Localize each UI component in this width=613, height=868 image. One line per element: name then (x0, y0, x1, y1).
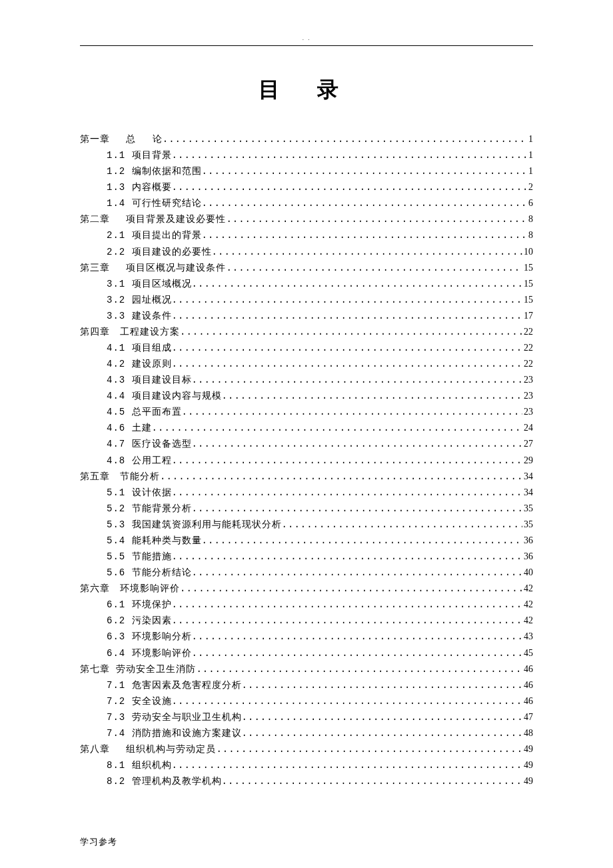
toc-label: 4.2 建设原则 (107, 356, 172, 372)
toc-page-number: 49 (522, 757, 533, 773)
toc-page-number: 36 (522, 533, 533, 549)
toc-page-number: 15 (522, 260, 533, 276)
toc-label: 4.6 土建 (107, 420, 152, 436)
toc-entry: 1.2 编制依据和范围1 (80, 163, 533, 179)
toc-leader-dots (182, 404, 522, 420)
toc-page-number: 48 (522, 725, 533, 741)
toc-entry: 5.1 设计依据 34 (80, 485, 533, 501)
toc-page-number: 22 (522, 356, 533, 372)
toc-entry: 3.1 项目区域概况15 (80, 276, 533, 292)
toc-label: 1.3 内容概要 (107, 179, 172, 195)
toc-leader-dots (172, 292, 522, 308)
toc-page-number: 46 (522, 677, 533, 693)
toc-entry: 4.6 土建24 (80, 420, 533, 436)
toc-leader-dots (192, 436, 522, 452)
toc-label: 8.1 组织机构 (107, 757, 172, 773)
toc-label: 7.1 危害因素及危害程度分析 (107, 677, 242, 693)
toc-label: 5.6 节能分析结论 (107, 565, 192, 581)
toc-label: 1.4 可行性研究结论 (107, 195, 202, 211)
toc-entry: 第三章 项目区概况与建设条件 15 (80, 260, 533, 276)
toc-entry: 6.1 环境保护42 (80, 597, 533, 613)
toc-label: 8.2 管理机构及教学机构 (107, 773, 222, 789)
toc-page-number: 35 (522, 501, 533, 517)
toc-label: 7.2 安全设施 (107, 693, 172, 709)
toc-leader-dots (192, 372, 522, 388)
toc-entry: 第一章 总 论1 (80, 131, 533, 147)
toc-leader-dots (180, 581, 522, 597)
toc-entry: 8.2 管理机构及教学机构49 (80, 773, 533, 789)
toc-leader-dots (242, 677, 522, 693)
toc-leader-dots (192, 629, 522, 645)
toc-entry: 4.4 项目建设内容与规模23 (80, 388, 533, 404)
toc-entry: 1.1 项目背景1 (80, 147, 533, 163)
toc-leader-dots (172, 597, 522, 613)
toc-label: 7.4 消防措施和设施方案建议 (107, 725, 242, 741)
toc-entry: 2.2 项目建设的必要性10 (80, 244, 533, 260)
toc-page-number: 23 (522, 372, 533, 388)
toc-entry: 7.4 消防措施和设施方案建议48 (80, 725, 533, 741)
toc-label: 第五章 节能分析 (80, 469, 160, 485)
toc-label: 6.1 环境保护 (107, 597, 172, 613)
toc-label: 5.3 我国建筑资源利用与能耗现状分析 (107, 517, 282, 533)
toc-entry: 5.6 节能分析结论40 (80, 565, 533, 581)
toc-leader-dots (202, 195, 527, 211)
toc-label: 5.2 节能背景分析 (107, 501, 192, 517)
toc-entry: 第五章 节能分析 34 (80, 469, 533, 485)
toc-leader-dots (172, 308, 522, 324)
toc-leader-dots (172, 453, 522, 469)
toc-page-number: 42 (522, 581, 533, 597)
toc-entry: 第四章 工程建设方案 22 (80, 324, 533, 340)
toc-leader-dots (226, 211, 527, 227)
toc-leader-dots (226, 260, 522, 276)
toc-page-number: 42 (522, 597, 533, 613)
toc-label: 第四章 工程建设方案 (80, 324, 180, 340)
toc-entry: 4.3 项目建设目标23 (80, 372, 533, 388)
toc-entry: 第二章 项目背景及建设必要性 8 (80, 211, 533, 227)
toc-page-number: 42 (522, 613, 533, 629)
toc-entry: 第六章 环境影响评价 42 (80, 581, 533, 597)
toc-leader-dots (172, 549, 522, 565)
toc-label: 3.3 建设条件 (107, 308, 172, 324)
toc-leader-dots (172, 179, 527, 195)
toc-leader-dots (222, 773, 522, 789)
toc-entry: 4.1 项目组成22 (80, 340, 533, 356)
toc-page-number: 15 (522, 276, 533, 292)
toc-page-number: 34 (522, 485, 533, 501)
toc-leader-dots (180, 324, 522, 340)
toc-leader-dots (172, 613, 522, 629)
toc-page-number: 23 (522, 388, 533, 404)
toc-label: 第六章 环境影响评价 (80, 581, 180, 597)
toc-label: 2.2 项目建设的必要性 (107, 244, 212, 260)
toc-label: 6.3 环境影响分析 (107, 629, 192, 645)
toc-label: 1.1 项目背景 (107, 147, 172, 163)
toc-page-number: 22 (522, 324, 533, 340)
toc-page-number: 46 (522, 693, 533, 709)
toc-entry: 8.1 组织机构49 (80, 757, 533, 773)
toc-entry: 3.3 建设条件17 (80, 308, 533, 324)
toc-leader-dots (192, 565, 522, 581)
header-rule (80, 45, 533, 46)
toc-leader-dots (160, 469, 522, 485)
toc-page-number: 10 (522, 244, 533, 260)
toc-leader-dots (242, 709, 522, 725)
toc-label: 5.5 节能措施 (107, 549, 172, 565)
toc-label: 第八章 组织机构与劳动定员 (80, 741, 216, 757)
toc-page-number: 29 (522, 453, 533, 469)
page-container: . . 目 录 第一章 总 论11.1 项目背景11.2 编制依据和范围11.3… (0, 0, 613, 789)
toc-leader-dots (192, 645, 522, 661)
toc-label: 第二章 项目背景及建设必要性 (80, 211, 226, 227)
toc-leader-dots (152, 420, 522, 436)
toc-page-number: 34 (522, 469, 533, 485)
toc-page-number: 36 (522, 549, 533, 565)
toc-entry: 4.8 公用工程29 (80, 453, 533, 469)
toc-label: 4.3 项目建设目标 (107, 372, 192, 388)
toc-page-number: 46 (522, 661, 533, 677)
toc-page-number: 27 (522, 436, 533, 452)
toc-page-number: 35 (522, 517, 533, 533)
toc-label: 第七章 劳动安全卫生消防 (80, 661, 196, 677)
toc-entry: 7.3 劳动安全与职业卫生机构47 (80, 709, 533, 725)
toc-entry: 第七章 劳动安全卫生消防 46 (80, 661, 533, 677)
toc-page-number: 2 (527, 179, 533, 195)
toc-entry: 5.4 能耗种类与数量 36 (80, 533, 533, 549)
toc-label: 5.4 能耗种类与数量 (107, 533, 202, 549)
